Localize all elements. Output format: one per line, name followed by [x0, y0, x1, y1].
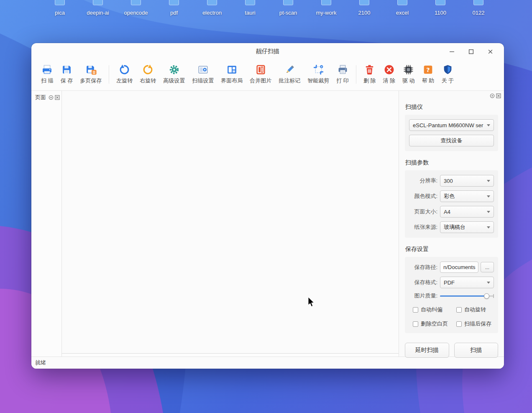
color-mode-label: 颜色模式:	[409, 192, 437, 200]
save-format-label: 保存格式:	[409, 279, 437, 286]
scan-button[interactable]: 扫 描	[38, 62, 56, 87]
chevron-down-icon	[487, 124, 490, 126]
desktop-icon-label: tauri	[245, 10, 255, 16]
paper-source-select[interactable]: 玻璃稿台	[440, 221, 494, 233]
shield-icon	[442, 64, 453, 75]
save-path-input[interactable]: n/Documents	[440, 262, 478, 273]
folder-icon	[359, 0, 370, 6]
toolbar-separator	[356, 65, 356, 84]
close-icon	[488, 49, 493, 54]
scan-params-section-title: 扫描参数	[405, 159, 498, 167]
page-size-select[interactable]: A4	[440, 206, 494, 218]
desktop-icon-2100[interactable]: 2100	[348, 0, 380, 16]
layout-icon	[226, 64, 238, 75]
find-device-button[interactable]: 查找设备	[409, 135, 494, 146]
scanner-device-select[interactable]: eSCL-Pantum M6600NW ser	[409, 119, 494, 131]
browse-button[interactable]: ...	[481, 262, 494, 272]
pages-panel-float-icon[interactable]	[49, 95, 54, 100]
save-multi-icon	[85, 64, 97, 75]
color-mode-select[interactable]: 彩色	[440, 190, 494, 202]
desktop-icon-pt-scan[interactable]: pt-scan	[272, 0, 304, 16]
smart-crop-icon	[313, 64, 324, 75]
folder-icon	[321, 0, 332, 6]
annotate-button[interactable]: 批注标记	[276, 62, 303, 87]
desktop-icon-label: pica	[55, 10, 65, 16]
slider-handle[interactable]	[484, 293, 489, 299]
quality-slider[interactable]	[440, 292, 494, 299]
rotate-right-icon	[142, 64, 153, 75]
toolbar-separator	[109, 65, 109, 84]
chevron-down-icon	[487, 180, 490, 182]
save-settings-section-title: 保存设置	[405, 246, 498, 253]
checkbox-auto-deskew[interactable]: 自动纠偏	[413, 306, 456, 313]
titlebar[interactable]: 靓仔扫描	[31, 43, 504, 60]
rotate-right-label: 右旋转	[140, 77, 156, 85]
minimize-button[interactable]	[442, 43, 461, 60]
rotate-left-button[interactable]: 左旋转	[113, 62, 136, 87]
settings-panel: 扫描仪 eSCL-Pantum M6600NW ser 查找设备 扫描参数 分辨…	[399, 91, 504, 357]
checkbox-remove-blank-pages[interactable]: 删除空白页	[413, 320, 456, 328]
save-icon	[61, 64, 72, 75]
help-button[interactable]: ? 帮 助	[419, 62, 437, 87]
scan-settings-button[interactable]: 扫描设置	[189, 62, 217, 87]
slider-fill	[440, 295, 487, 297]
start-scan-button[interactable]: 扫描	[454, 343, 499, 358]
desktop-icon-row: pica deepin-ai opencode pdf electron tau…	[44, 0, 494, 16]
pages-panel-close-icon[interactable]	[55, 95, 60, 100]
scanner-group: eSCL-Pantum M6600NW ser 查找设备	[405, 115, 498, 151]
statusbar: 就绪	[31, 357, 504, 369]
save-format-select[interactable]: PDF	[440, 277, 494, 288]
checkbox-icon	[413, 321, 418, 327]
settings-panel-close-icon[interactable]	[496, 93, 501, 98]
pages-panel: 页面	[31, 91, 62, 357]
scan-preview-canvas[interactable]	[62, 91, 399, 354]
layout-label: 界面布局	[221, 77, 243, 85]
checkbox-save-after-scan[interactable]: 扫描后保存	[456, 320, 494, 328]
save-format-row: 保存格式: PDF	[409, 277, 494, 288]
paper-source-row: 纸张来源: 玻璃稿台	[409, 221, 494, 233]
clear-icon	[384, 64, 395, 75]
desktop-icon-pdf[interactable]: pdf	[158, 0, 190, 16]
rotate-right-button[interactable]: 右旋转	[137, 62, 159, 87]
about-button[interactable]: 关 于	[438, 62, 457, 87]
desktop-icon-opencode[interactable]: opencode	[120, 0, 152, 16]
delete-label: 删 除	[363, 77, 376, 85]
pencil-icon	[284, 64, 295, 75]
folder-icon	[283, 0, 294, 6]
smart-crop-button[interactable]: 智能裁剪	[304, 62, 332, 87]
minimize-icon	[449, 49, 455, 54]
merge-images-button[interactable]: 合并图片	[247, 62, 274, 87]
driver-label: 驱 动	[402, 77, 415, 85]
delete-button[interactable]: 删 除	[361, 62, 379, 87]
desktop-icon-1100[interactable]: 1100	[425, 0, 456, 16]
checkbox-auto-rotate[interactable]: 自动旋转	[456, 306, 494, 313]
driver-button[interactable]: 驱 动	[399, 62, 418, 87]
folder-icon	[92, 0, 103, 6]
desktop-icon-my-work[interactable]: my-work	[310, 0, 342, 16]
layout-button[interactable]: 界面布局	[218, 62, 246, 87]
desktop-icon-0122[interactable]: 0122	[463, 0, 494, 16]
desktop-icon-electron[interactable]: electron	[196, 0, 228, 16]
desktop-icon-tauri[interactable]: tauri	[234, 0, 266, 16]
desktop-icon-label: excel	[396, 10, 409, 16]
folder-icon	[473, 0, 484, 6]
settings-panel-float-icon[interactable]	[490, 93, 495, 98]
desktop-icon-excel[interactable]: excel	[386, 0, 418, 16]
maximize-button[interactable]	[461, 43, 481, 60]
desktop-icon-label: 1100	[435, 10, 446, 16]
desktop-icon-label: pt-scan	[279, 10, 297, 16]
delayed-scan-button[interactable]: 延时扫描	[405, 343, 449, 358]
desktop-icon-deepin-ai[interactable]: deepin-ai	[82, 0, 114, 16]
advanced-settings-button[interactable]: 高级设置	[160, 62, 188, 87]
close-button[interactable]	[481, 43, 500, 60]
desktop-icon-pica[interactable]: pica	[44, 0, 76, 16]
resolution-select[interactable]: 300	[440, 175, 494, 187]
folder-icon	[435, 0, 446, 6]
print-button[interactable]: 打 印	[333, 62, 352, 87]
save-button[interactable]: 保 存	[58, 62, 76, 87]
svg-text:?: ?	[426, 67, 430, 73]
save-multi-button[interactable]: 多页保存	[77, 62, 105, 87]
action-buttons: 延时扫描 扫描	[405, 343, 498, 358]
clear-button[interactable]: 清 除	[380, 62, 399, 87]
scanner-device-value: eSCL-Pantum M6600NW ser	[413, 122, 485, 128]
